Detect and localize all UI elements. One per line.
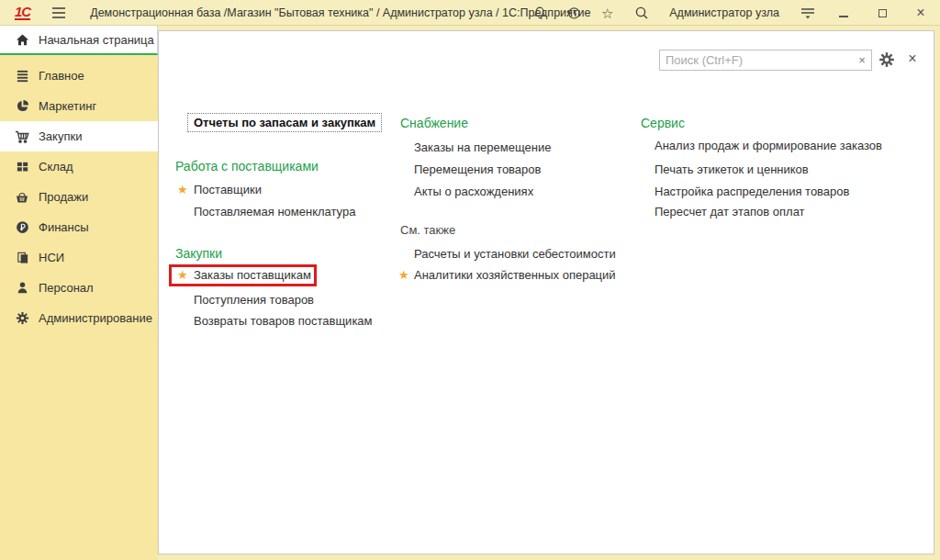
pie-chart-icon (15, 99, 29, 114)
sidebar-item-personal[interactable]: Персонал (0, 273, 158, 303)
sidebar-item-label: Маркетинг (39, 99, 96, 113)
favorites-star-icon[interactable]: ☆ (599, 6, 615, 21)
sidebar-item-label: Финансы (39, 220, 89, 234)
section-sidebar: Главное Маркетинг Закупки Склад Продажи … (0, 55, 158, 560)
sidebar-item-label: Склад (39, 160, 73, 174)
search-settings-gear-icon[interactable] (878, 51, 895, 68)
link-vozvraty-tovarov[interactable]: Возвраты товаров поставщикам (194, 314, 373, 328)
sidebar-item-marketing[interactable]: Маркетинг (0, 91, 158, 121)
search-magnifier-icon[interactable] (633, 6, 649, 21)
link-pechat-etiketok[interactable]: Печать этикеток и ценников (655, 162, 809, 176)
window-close-button[interactable]: × (911, 4, 931, 22)
sidebar-item-label: Главное (39, 69, 84, 83)
section-header-see-also: См. также (400, 223, 455, 237)
ruble-icon (15, 220, 29, 235)
link-postupleniya-tovarov[interactable]: Поступления товаров (194, 293, 314, 307)
search-clear-button[interactable]: × (853, 50, 872, 71)
notifications-bell-icon[interactable] (532, 6, 547, 21)
titlebar-right-controls: ☆ Администратор узла × (532, 0, 931, 26)
search-input[interactable] (659, 50, 854, 71)
window-maximize-button[interactable] (872, 4, 892, 22)
panel-close-icon[interactable]: × (904, 50, 921, 68)
link-nastroyka-raspredeleniya[interactable]: Настройка распределения товаров (655, 185, 849, 198)
main-menu-hamburger-icon[interactable] (50, 5, 66, 20)
section-header-snabzhenie[interactable]: Снабжение (400, 116, 468, 130)
sidebar-item-finansy[interactable]: Финансы (0, 212, 158, 242)
favorite-star-icon[interactable]: ★ (177, 269, 188, 282)
favorite-star-icon[interactable]: ★ (177, 184, 188, 196)
documents-icon (15, 251, 29, 265)
tab-home-label: Начальная страница (39, 33, 154, 47)
basket-icon (15, 190, 29, 205)
current-user-label[interactable]: Администратор узла (669, 6, 779, 19)
sidebar-item-label: Закупки (39, 129, 82, 143)
person-icon (15, 281, 29, 296)
link-analiz-prodazh[interactable]: Анализ продаж и формирование заказов (655, 139, 882, 152)
section-header-zakupki[interactable]: Закупки (175, 246, 222, 261)
tab-home-page[interactable]: Начальная страница (0, 26, 158, 55)
link-peremeshcheniya-tovarov[interactable]: Перемещения товаров (414, 162, 541, 176)
sidebar-item-label: Персонал (39, 281, 94, 295)
window-title: Демонстрационная база /Магазин "Бытовая … (90, 6, 590, 19)
sidebar-item-prodazhi[interactable]: Продажи (0, 182, 158, 212)
link-postavshchiki[interactable]: Поставщики (194, 183, 262, 196)
sidebar-item-nsi[interactable]: НСИ (0, 242, 158, 273)
history-icon[interactable] (565, 6, 581, 21)
sidebar-item-glavnoe[interactable]: Главное (0, 61, 158, 91)
link-pereschet-dat-etapov[interactable]: Пересчет дат этапов оплат (655, 205, 805, 218)
link-akty-o-raskhozhdeniyakh[interactable]: Акты о расхождениях (414, 185, 533, 198)
favorite-star-icon[interactable]: ★ (398, 269, 409, 282)
sidebar-item-label: НСИ (39, 251, 64, 264)
link-raschety-sebestoimosti[interactable]: Расчеты и установки себестоимости (414, 247, 616, 261)
gear-icon (15, 311, 29, 326)
service-menu-icon[interactable] (800, 6, 815, 21)
sidebar-item-zakupki[interactable]: Закупки (0, 121, 158, 151)
list-icon (15, 69, 29, 84)
home-icon (15, 32, 29, 47)
section-header-suppliers-work[interactable]: Работа с поставщиками (175, 159, 319, 174)
link-zakazy-na-peremeshchenie[interactable]: Заказы на перемещение (414, 140, 551, 154)
sidebar-item-label: Администрирование (39, 311, 152, 325)
sidebar-item-label: Продажи (39, 190, 88, 204)
sidebar-item-administrirovanie[interactable]: Администрирование (0, 303, 158, 333)
1c-logo-icon: 1С (15, 6, 30, 20)
home-page-panel: × × Отчеты по запасам и закупкам Работа … (158, 30, 934, 554)
link-analitiki-operatsiy[interactable]: Аналитики хозяйственных операций (414, 268, 616, 282)
window-minimize-button[interactable] (834, 4, 854, 22)
titlebar: 1С Демонстрационная база /Магазин "Бытов… (0, 0, 940, 26)
cart-icon (15, 129, 29, 144)
link-zakazy-postavshchikam[interactable]: Заказы поставщикам (194, 268, 311, 282)
section-header-servis[interactable]: Сервис (641, 116, 685, 130)
link-postavlyaemaya-nomenklatura[interactable]: Поставляемая номенклатура (194, 205, 355, 218)
link-reports-stocks-purchases[interactable]: Отчеты по запасам и закупкам (187, 113, 382, 132)
warehouse-icon (15, 160, 29, 174)
sidebar-item-sklad[interactable]: Склад (0, 151, 158, 182)
